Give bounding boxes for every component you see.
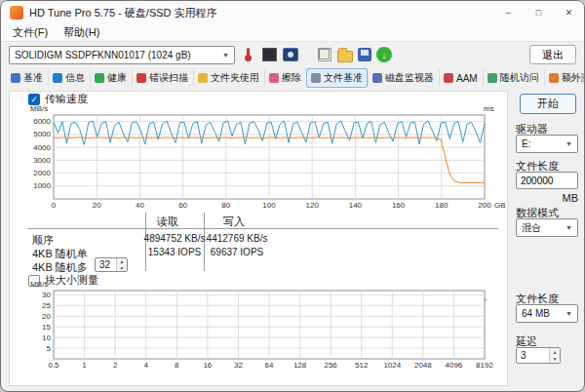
file-benchmark-icon [311, 73, 321, 83]
svg-text:512: 512 [355, 361, 369, 370]
svg-text:2: 2 [113, 361, 118, 370]
row-4k-single-write: 69637 IOPS [211, 247, 263, 257]
svg-text:2000: 2000 [33, 169, 51, 177]
write-header: 写入 [223, 215, 245, 229]
svg-text:200: 200 [478, 201, 491, 210]
svg-text:16: 16 [203, 361, 212, 370]
tab-disk-monitor[interactable]: 磁盘监视器 [368, 68, 439, 88]
info-icon [53, 73, 62, 83]
titlebar: HD Tune Pro 5.75 - 硬盘/SSD 实用程序 – □ ✕ [1, 1, 584, 24]
latency-spinner-buttons: ▲ ▼ [549, 348, 560, 363]
transfer-speed-label: 传输速度 [45, 92, 88, 106]
svg-text:6000: 6000 [33, 117, 51, 126]
svg-text:2048: 2048 [414, 361, 432, 370]
table-header-divider [28, 228, 498, 229]
spinner-down-icon[interactable]: ▼ [117, 265, 127, 272]
erase-icon [269, 73, 279, 83]
tab-random-access[interactable]: 随机访问 [483, 68, 544, 88]
read-header: 读取 [157, 215, 178, 229]
threads-spinner[interactable]: 32 ▲ ▼ [95, 257, 128, 272]
tab-file-benchmark[interactable]: 文件基准 [306, 68, 368, 88]
svg-text:4: 4 [143, 361, 148, 370]
chart1-ylabel: MB/s [30, 104, 48, 113]
svg-text:4000: 4000 [33, 143, 51, 152]
minimize-button[interactable]: – [493, 1, 524, 24]
svg-text:1000: 1000 [33, 181, 51, 190]
file-length-input[interactable] [516, 172, 578, 189]
svg-text:60: 60 [178, 201, 187, 210]
tab-folder-usage[interactable]: 文件夹使用 [193, 68, 264, 88]
svg-text:8: 8 [175, 361, 179, 370]
save-icon[interactable] [358, 48, 371, 61]
aam-icon [444, 73, 453, 83]
exit-button[interactable]: 退出 [529, 45, 576, 64]
tab-benchmark[interactable]: 基准 [6, 68, 48, 88]
svg-text:64: 64 [265, 361, 274, 370]
svg-text:10: 10 [42, 333, 51, 342]
data-mode-dropdown[interactable]: 混合 ▼ [516, 218, 578, 237]
block-size-chart: 510152025300.512481632641282565121024204… [28, 288, 500, 372]
chevron-down-icon: ▼ [562, 224, 572, 231]
data-mode-value: 混合 [522, 221, 541, 235]
spinner-down-icon[interactable]: ▼ [550, 356, 560, 364]
file-length-unit: MB [516, 192, 578, 204]
svg-text:1024: 1024 [383, 361, 401, 370]
svg-text:3000: 3000 [33, 156, 51, 165]
drive-dropdown[interactable]: E: ▼ [516, 135, 578, 153]
tab-error-scan[interactable]: 错误扫描 [132, 68, 193, 88]
app-window: HD Tune Pro 5.75 - 硬盘/SSD 实用程序 – □ ✕ 文件(… [0, 0, 585, 392]
random-access-icon [488, 73, 497, 83]
chevron-down-icon: ▼ [562, 140, 572, 147]
svg-text:15: 15 [42, 323, 51, 332]
screenshot-icon[interactable] [283, 48, 298, 61]
chart1-y2label: ms [484, 104, 494, 113]
start-button[interactable]: 开始 [520, 94, 576, 114]
tabstrip: 基准 信息 健康 错误扫描 文件夹使用 擦除 文件基准 磁盘监视器 AAM 随机… [6, 67, 579, 89]
threads-spinner-buttons: ▲ ▼ [116, 258, 127, 271]
svg-text:20: 20 [93, 201, 101, 210]
tab-info[interactable]: 信息 [48, 68, 90, 88]
tab-aam[interactable]: AAM [439, 68, 483, 88]
svg-text:180: 180 [435, 201, 448, 210]
tab-extra-tests[interactable]: 额外测试 [544, 68, 585, 88]
svg-text:100: 100 [262, 201, 276, 210]
row-4k-single-label: 4KB 随机单 [32, 247, 88, 261]
menu-help[interactable]: 帮助(H) [56, 24, 107, 41]
row-sequential-label: 顺序 [32, 233, 54, 248]
extra-tests-icon [549, 73, 559, 83]
temperature-display [261, 47, 278, 63]
thermometer-icon [240, 47, 256, 63]
chevron-down-icon: ▼ [218, 52, 229, 59]
svg-text:8192: 8192 [476, 361, 493, 370]
svg-text:30: 30 [42, 291, 51, 299]
svg-text:0.5: 0.5 [48, 361, 59, 370]
block-file-length-dropdown[interactable]: 64 MB ▼ [516, 304, 578, 323]
drive-dropdown-value: E: [522, 138, 530, 149]
svg-text:5: 5 [47, 344, 52, 353]
latency-spinner[interactable]: 3 ▲ ▼ [516, 347, 561, 364]
error-scan-icon [136, 73, 146, 83]
svg-text:256: 256 [324, 361, 337, 370]
svg-text:128: 128 [293, 361, 307, 370]
svg-text:120: 120 [306, 201, 320, 210]
app-icon [10, 6, 23, 20]
block-size-label: 块大小测量 [45, 273, 98, 288]
download-icon[interactable]: ↓ [376, 47, 392, 62]
folder-icon[interactable] [337, 51, 353, 62]
row-sequential-read: 4894752 KB/s [144, 233, 206, 244]
window-controls: – □ ✕ [493, 1, 584, 24]
tab-health[interactable]: 健康 [90, 68, 132, 88]
copy-icon[interactable] [316, 47, 332, 63]
menu-file[interactable]: 文件(F) [5, 24, 56, 41]
block-file-length-value: 64 MB [522, 308, 550, 319]
close-button[interactable]: ✕ [554, 1, 584, 24]
transfer-speed-checkbox[interactable]: ✓ [28, 94, 40, 105]
svg-text:80: 80 [221, 201, 230, 210]
drive-selector[interactable]: SOLIDIGM SSDPFKNN01017 (1024 gB) ▼ [9, 46, 235, 64]
tab-erase[interactable]: 擦除 [264, 68, 306, 88]
svg-text:160: 160 [392, 201, 406, 210]
spinner-up-icon[interactable]: ▲ [550, 348, 560, 356]
row-4k-single-read: 15343 IOPS [148, 247, 201, 257]
svg-text:140: 140 [349, 201, 363, 210]
maximize-button[interactable]: □ [524, 1, 554, 24]
